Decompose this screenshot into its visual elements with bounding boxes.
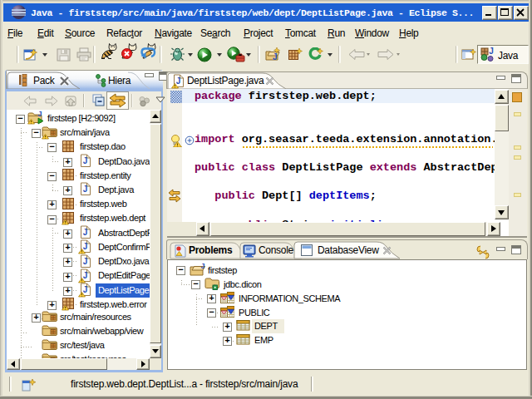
svg-text:J: J	[273, 52, 278, 62]
svg-text:J: J	[200, 262, 204, 270]
svg-text:J: J	[489, 47, 494, 56]
